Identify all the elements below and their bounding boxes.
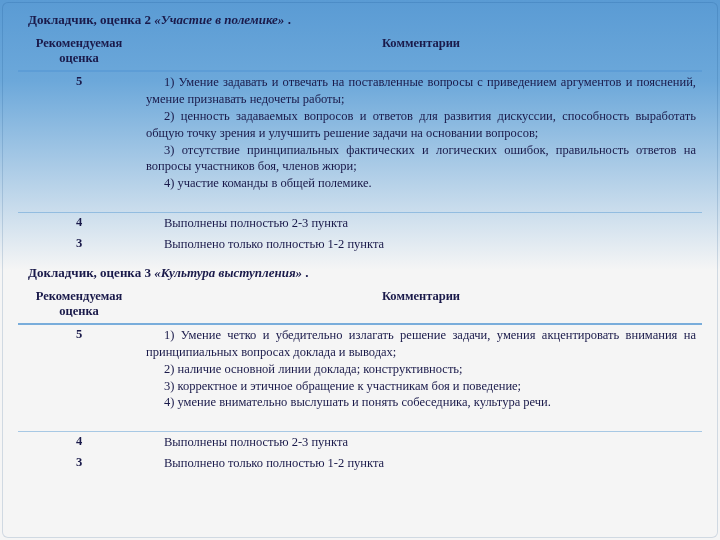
section2-title: Докладчик, оценка 3 «Культура выступлени… [28, 265, 702, 281]
table-row: 5 1) Умение четко и убедительно излагать… [18, 324, 702, 432]
document-content: Докладчик, оценка 2 «Участие в полемике»… [0, 0, 720, 492]
section2-title-prefix: Докладчик, оценка 3 [28, 265, 154, 280]
section1-r5-c1: 1) Умение задавать и отвечать на поставл… [146, 75, 696, 106]
section2-header-score: Рекомендуемая оценка [18, 287, 140, 324]
section1-r5-c4: 4) участие команды в общей полемике. [164, 176, 372, 190]
section2-r5-c4: 4) умение внимательно выслушать и понять… [164, 395, 551, 409]
section1-title-suffix: . [284, 12, 291, 27]
section1-r5-score: 5 [18, 71, 140, 213]
section2-r5-c1: 1) Умение четко и убедительно излагать р… [146, 328, 696, 359]
section1-r3-comment: Выполнено только полностью 1-2 пункта [140, 234, 702, 255]
table-row: 3 Выполнено только полностью 1-2 пункта [18, 234, 702, 255]
section1-title: Докладчик, оценка 2 «Участие в полемике»… [28, 12, 702, 28]
section1-header-score: Рекомендуемая оценка [18, 34, 140, 71]
section1-title-italic: «Участие в полемике» [154, 12, 284, 27]
section2-r5-c3: 3) корректное и этичное обращение к учас… [164, 379, 521, 393]
section2-header-comment: Комментарии [140, 287, 702, 324]
section2-title-italic: «Культура выступления» [154, 265, 302, 280]
table-row: 5 1) Умение задавать и отвечать на поста… [18, 71, 702, 213]
section1-header-comment: Комментарии [140, 34, 702, 71]
section2-r4-score: 4 [18, 432, 140, 453]
section1-r5-c2: 2) ценность задаваемых вопросов и ответо… [146, 109, 696, 140]
table-row: 3 Выполнено только полностью 1-2 пункта [18, 453, 702, 474]
section1-r5-c3: 3) отсутствие принципиальных фактических… [146, 143, 696, 174]
section1-r5-comment: 1) Умение задавать и отвечать на поставл… [140, 71, 702, 213]
section2-r5-comment: 1) Умение четко и убедительно излагать р… [140, 324, 702, 432]
section2-r4-comment: Выполнены полностью 2-3 пункта [140, 432, 702, 453]
section2-title-suffix: . [302, 265, 309, 280]
section2-table: Рекомендуемая оценка Комментарии 5 1) Ум… [18, 287, 702, 474]
section2-r3-score: 3 [18, 453, 140, 474]
section1-table: Рекомендуемая оценка Комментарии 5 1) Ум… [18, 34, 702, 255]
table-row: 4 Выполнены полностью 2-3 пункта [18, 432, 702, 453]
section2-r3-comment: Выполнено только полностью 1-2 пункта [140, 453, 702, 474]
section1-r3-score: 3 [18, 234, 140, 255]
table-row: 4 Выполнены полностью 2-3 пункта [18, 213, 702, 234]
section1-r4-comment: Выполнены полностью 2-3 пункта [140, 213, 702, 234]
section2-r5-c2: 2) наличие основной линии доклада; конст… [164, 362, 463, 376]
section1-title-prefix: Докладчик, оценка 2 [28, 12, 154, 27]
section2-r5-score: 5 [18, 324, 140, 432]
section1-r4-score: 4 [18, 213, 140, 234]
